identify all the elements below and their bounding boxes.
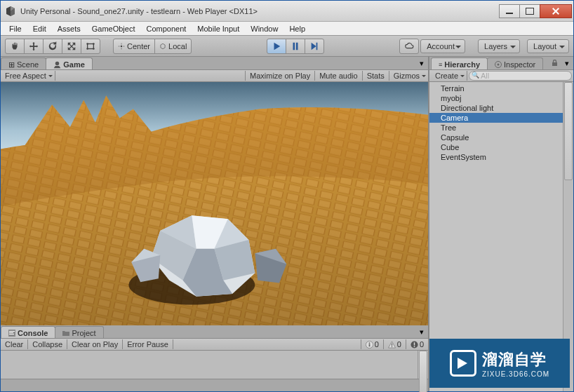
title-bar[interactable]: Unity Personal - Sound_one27.unity - tes… bbox=[1, 1, 573, 22]
layout-dropdown[interactable]: Layout bbox=[527, 39, 569, 53]
unity-logo-icon bbox=[5, 6, 16, 17]
maximize-on-play-toggle[interactable]: Maximize on Play bbox=[245, 71, 314, 81]
pause-button[interactable] bbox=[286, 39, 305, 54]
svg-point-4 bbox=[86, 43, 88, 45]
tab-hierarchy[interactable]: ≡Hierarchy bbox=[431, 58, 488, 69]
left-pane: ⊞Scene Game ▾ Free Aspect Maximize on Pl… bbox=[1, 57, 429, 391]
lock-icon bbox=[552, 60, 558, 67]
svg-rect-10 bbox=[296, 42, 298, 50]
console-panel: Console Project ▾ Clear Collapse Clear o… bbox=[1, 325, 428, 391]
game-view[interactable] bbox=[1, 82, 428, 325]
svg-point-35 bbox=[392, 346, 392, 346]
hierarchy-item[interactable]: Cube bbox=[429, 142, 573, 152]
hierarchy-item[interactable]: Tree bbox=[429, 123, 573, 133]
watermark-overlay: 溜溜自学 ZIXUE.3D66.COM bbox=[429, 339, 570, 388]
layers-dropdown[interactable]: Layers bbox=[478, 39, 520, 53]
scale-icon bbox=[67, 41, 76, 51]
error-count-toggle[interactable]: 0 bbox=[406, 339, 428, 349]
scrollbar-thumb[interactable] bbox=[564, 82, 573, 180]
panel-lock-button[interactable] bbox=[549, 58, 561, 69]
window-title: Unity Personal - Sound_one27.unity - tes… bbox=[20, 7, 500, 15]
error-pause-toggle[interactable]: Error Pause bbox=[123, 339, 173, 349]
center-button[interactable]: Center bbox=[113, 39, 155, 54]
svg-point-8 bbox=[121, 45, 123, 47]
hierarchy-item[interactable]: Camera bbox=[429, 113, 573, 123]
move-tool-button[interactable] bbox=[24, 39, 44, 54]
scale-tool-button[interactable] bbox=[62, 39, 81, 54]
tab-project[interactable]: Project bbox=[55, 326, 103, 338]
console-menu-button[interactable]: ▾ bbox=[415, 326, 428, 338]
console-body[interactable] bbox=[1, 351, 428, 379]
hierarchy-search-input[interactable]: All bbox=[469, 71, 572, 81]
menu-mobileinput[interactable]: Mobile Input bbox=[192, 23, 245, 34]
cloud-button[interactable] bbox=[399, 39, 419, 54]
cloud-icon bbox=[404, 41, 414, 51]
hierarchy-item[interactable]: Terrain bbox=[429, 83, 573, 93]
svg-rect-28 bbox=[9, 331, 15, 332]
svg-point-7 bbox=[93, 48, 95, 50]
svg-point-40 bbox=[498, 64, 500, 66]
mute-audio-toggle[interactable]: Mute audio bbox=[314, 71, 361, 81]
rotate-icon bbox=[48, 41, 58, 51]
aspect-dropdown[interactable]: Free Aspect bbox=[1, 71, 55, 81]
maximize-button[interactable] bbox=[519, 4, 540, 18]
local-button[interactable]: Local bbox=[154, 39, 192, 54]
scrollbar-thumb[interactable] bbox=[419, 351, 427, 392]
hand-tool-button[interactable] bbox=[5, 39, 25, 54]
rotate-tool-button[interactable] bbox=[43, 39, 62, 54]
step-icon bbox=[309, 41, 319, 51]
rect-tool-button[interactable] bbox=[81, 39, 100, 54]
pause-icon bbox=[291, 41, 300, 51]
panel-menu-button[interactable]: ▾ bbox=[561, 58, 573, 69]
create-dropdown[interactable]: Create bbox=[431, 71, 467, 81]
warn-icon bbox=[388, 341, 396, 349]
info-count-toggle[interactable]: 0 bbox=[361, 339, 383, 349]
hierarchy-item[interactable]: myobj bbox=[429, 93, 573, 103]
menu-help[interactable]: Help bbox=[283, 23, 311, 34]
svg-rect-34 bbox=[392, 343, 392, 346]
minimize-button[interactable] bbox=[499, 4, 520, 18]
svg-point-6 bbox=[86, 48, 88, 50]
collapse-toggle[interactable]: Collapse bbox=[28, 339, 67, 349]
tab-console[interactable]: Console bbox=[1, 326, 55, 338]
tab-menu-button[interactable]: ▾ bbox=[415, 58, 428, 69]
local-icon bbox=[159, 41, 166, 51]
step-button[interactable] bbox=[305, 39, 324, 54]
menu-assets[interactable]: Assets bbox=[52, 23, 86, 34]
svg-rect-32 bbox=[368, 344, 370, 346]
tab-game[interactable]: Game bbox=[46, 58, 93, 69]
watermark-subtitle: ZIXUE.3D66.COM bbox=[482, 370, 549, 378]
watermark-title: 溜溜自学 bbox=[482, 349, 549, 370]
gizmos-dropdown[interactable]: Gizmos bbox=[389, 71, 428, 81]
menu-edit[interactable]: Edit bbox=[27, 23, 52, 34]
rect-icon bbox=[86, 41, 95, 51]
menu-component[interactable]: Component bbox=[140, 23, 192, 34]
watermark-play-icon bbox=[450, 350, 476, 377]
hand-icon bbox=[10, 41, 20, 51]
clear-on-play-toggle[interactable]: Clear on Play bbox=[67, 339, 123, 349]
svg-point-5 bbox=[93, 43, 95, 45]
svg-rect-29 bbox=[9, 332, 13, 333]
stats-toggle[interactable]: Stats bbox=[362, 71, 389, 81]
terrain-render bbox=[1, 82, 428, 325]
menu-window[interactable]: Window bbox=[245, 23, 283, 34]
hierarchy-item[interactable]: EventSystem bbox=[429, 152, 573, 162]
hierarchy-icon: ≡ bbox=[439, 61, 442, 68]
warn-count-toggle[interactable]: 0 bbox=[383, 339, 406, 349]
window-controls bbox=[500, 4, 572, 18]
menu-gameobject[interactable]: GameObject bbox=[86, 23, 141, 34]
hierarchy-item[interactable]: Capsule bbox=[429, 133, 573, 142]
svg-rect-30 bbox=[9, 334, 14, 334]
menu-file[interactable]: File bbox=[4, 23, 27, 34]
svg-point-33 bbox=[368, 342, 370, 344]
tab-inspector[interactable]: Inspector bbox=[487, 58, 543, 69]
hierarchy-item[interactable]: Directional light bbox=[429, 103, 573, 113]
svg-point-38 bbox=[413, 346, 415, 347]
tab-scene[interactable]: ⊞Scene bbox=[1, 58, 46, 69]
console-scrollbar[interactable] bbox=[418, 351, 428, 379]
clear-button[interactable]: Clear bbox=[1, 339, 28, 349]
play-button[interactable] bbox=[267, 39, 286, 54]
info-icon bbox=[366, 341, 373, 349]
account-dropdown[interactable]: Account bbox=[420, 39, 465, 53]
close-button[interactable] bbox=[540, 4, 572, 18]
